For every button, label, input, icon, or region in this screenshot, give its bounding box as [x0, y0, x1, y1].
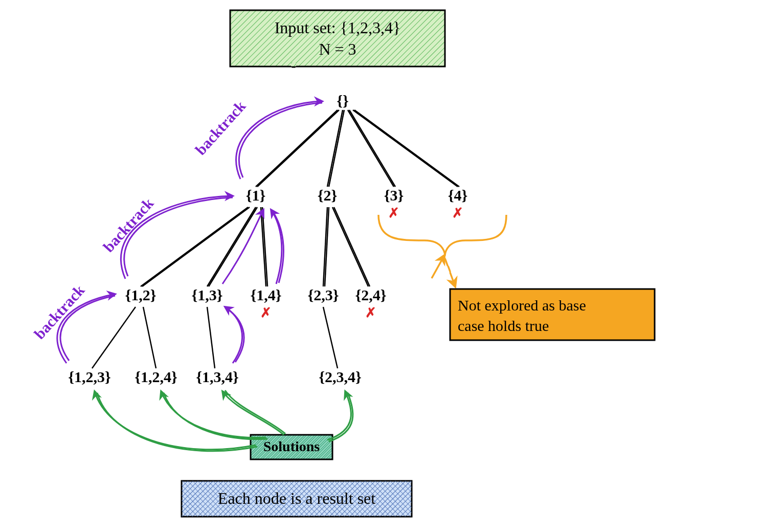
- node-1: {1}: [246, 187, 266, 204]
- node-root: {}: [337, 92, 349, 109]
- svg-line-29: [207, 307, 215, 368]
- node-2: {2}: [318, 187, 338, 204]
- svg-line-14: [349, 110, 395, 187]
- node-234: {2,3,4}: [319, 368, 362, 385]
- svg-line-12: [329, 110, 344, 187]
- svg-text:backtrack: backtrack: [100, 194, 157, 255]
- svg-line-10: [257, 110, 339, 187]
- x-icon: ✗: [365, 305, 376, 320]
- not-explored-bracket: [378, 215, 506, 286]
- x-icon: ✗: [388, 206, 399, 220]
- not-explored-line1: Not explored as base: [458, 297, 586, 314]
- not-explored-line2: case holds true: [458, 317, 549, 334]
- node-123: {1,2,3}: [68, 368, 111, 385]
- node-23: {2,3}: [307, 286, 339, 303]
- node-13: {1,3}: [191, 286, 222, 303]
- node-24: {2,4}: [355, 286, 386, 303]
- svg-line-11: [327, 110, 343, 187]
- backtrack-labels: backtrack backtrack backtrack: [31, 97, 249, 342]
- x-icon: ✗: [452, 206, 463, 220]
- svg-line-15: [353, 110, 458, 187]
- node-3: {3}: [384, 187, 404, 204]
- node-14: {1,4}: [250, 286, 281, 303]
- svg-line-25: [332, 207, 368, 286]
- svg-line-9: [256, 110, 338, 187]
- node-134: {1,3,4}: [196, 368, 239, 385]
- svg-line-28: [143, 307, 156, 368]
- node-4: {4}: [448, 187, 468, 204]
- footer-label: Each node is a result set: [218, 489, 375, 507]
- diagram-canvas: Input set: {1,2,3,4} N = 3 {} {1}: [0, 0, 760, 532]
- tree-nodes: {} {1} {2} {3} {4} {1,2} {1,3} {1,4} {2,…: [68, 92, 467, 385]
- title-line2: N = 3: [319, 40, 356, 58]
- node-124: {1,2,4}: [135, 368, 177, 385]
- backtrack-arrows: [57, 101, 322, 363]
- solutions-label: Solutions: [263, 438, 320, 454]
- svg-line-30: [323, 307, 338, 368]
- node-12: {1,2}: [125, 286, 156, 303]
- title-line1: Input set: {1,2,3,4}: [275, 18, 401, 37]
- svg-line-26: [334, 207, 370, 286]
- svg-text:backtrack: backtrack: [31, 281, 88, 342]
- x-icon: ✗: [260, 305, 272, 320]
- svg-line-27: [92, 307, 136, 368]
